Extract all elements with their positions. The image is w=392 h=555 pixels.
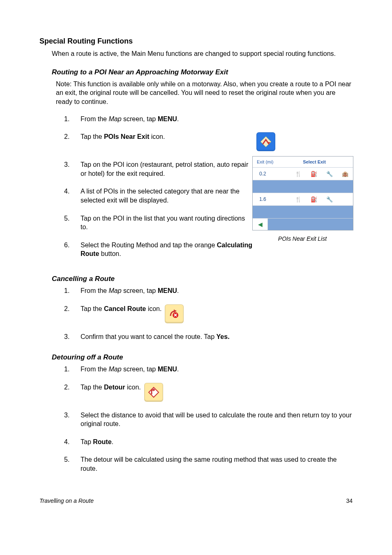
step-number: 3. <box>64 411 81 428</box>
step-text: From the Map screen, tap MENU. <box>81 286 353 295</box>
step-number: 3. <box>64 160 81 178</box>
header-title: Select Exit <box>288 159 353 164</box>
fuel-icon[interactable]: ⛽ <box>306 196 322 203</box>
select-exit-screen: Exit (mi) Select Exit 0.2 🍴 ⛽ 🔧 🏨 1.6 🍴 … <box>252 156 353 230</box>
step-number: 6. <box>64 241 81 258</box>
fuel-icon[interactable]: ⛽ <box>306 171 322 177</box>
page: Special Routing Functions When a route i… <box>0 0 392 555</box>
back-button[interactable]: ◀ <box>253 219 268 230</box>
step-number: 2. <box>64 383 81 402</box>
detour-step-4: 4. Tap Route. <box>64 438 353 447</box>
cancel-step-2: 2. Tap the Cancel Route icon. <box>64 304 353 323</box>
step-number: 1. <box>64 286 81 295</box>
detour-step-3: 3. Select the distance to avoid that wil… <box>64 411 353 428</box>
detour-step-1: 1. From the Map screen, tap MENU. <box>64 365 353 374</box>
cancel-route-icon <box>165 304 184 323</box>
step-text: Confirm that you want to cancel the rout… <box>81 332 353 341</box>
step-text: Tap the POIs Near Exit icon. <box>81 132 253 151</box>
restaurant-icon[interactable]: 🍴 <box>291 171 306 177</box>
poi-note: Note: This function is available only wh… <box>56 80 353 106</box>
step-text: Tap on the POI in the list that you want… <box>81 214 253 232</box>
cancel-step-1: 1. From the Map screen, tap MENU. <box>64 286 353 295</box>
step-text: Tap on the POI icon (restaurant, petrol … <box>81 160 253 178</box>
header-exit-label: Exit (mi) <box>253 159 288 164</box>
step-text: Select the Routing Method and tap the or… <box>81 241 253 258</box>
step-text: From the Map screen, tap MENU. <box>81 365 353 374</box>
step-number: 4. <box>64 438 81 447</box>
exit-row-empty <box>253 206 353 219</box>
svg-marker-0 <box>261 136 271 147</box>
cancel-step-3: 3. Confirm that you want to cancel the r… <box>64 332 353 341</box>
svg-marker-2 <box>174 309 176 313</box>
poi-step-2: 2. Tap the POIs Near Exit icon. <box>64 132 353 151</box>
restaurant-icon[interactable]: 🍴 <box>291 196 306 203</box>
step-number: 1. <box>64 365 81 374</box>
section-heading: Special Routing Functions <box>39 37 353 46</box>
detour-step-2: 2. Tap the Detour icon. <box>64 383 353 402</box>
step-text: From the Map screen, tap MENU. <box>81 115 253 124</box>
screen-header: Exit (mi) Select Exit <box>253 157 353 168</box>
cancel-steps: 1. From the Map screen, tap MENU. 2. Tap… <box>39 286 353 341</box>
step-number: 4. <box>64 187 81 205</box>
step-number: 2. <box>64 304 81 323</box>
exit-distance: 0.2 <box>253 171 291 177</box>
footer-chapter: Travelling on a Route <box>39 497 94 504</box>
step-number: 2. <box>64 132 81 151</box>
exit-distance: 1.6 <box>253 196 291 202</box>
exit-row-empty <box>253 180 353 193</box>
step-text: Tap the Cancel Route icon. <box>81 304 161 323</box>
hotel-icon[interactable]: 🏨 <box>337 171 353 177</box>
detour-icon <box>144 383 163 402</box>
screen-footer: ◀ <box>253 219 353 230</box>
step-number: 3. <box>64 332 81 341</box>
detour-step-5: 5. The detour will be calculated using t… <box>64 455 353 473</box>
step-number: 1. <box>64 115 81 124</box>
pois-near-exit-figure: Exit (mi) Select Exit 0.2 🍴 ⛽ 🔧 🏨 1.6 🍴 … <box>252 156 353 242</box>
step-text: A list of POIs in the selected category … <box>81 187 253 205</box>
repair-icon[interactable]: 🔧 <box>322 196 337 203</box>
page-number: 34 <box>346 497 353 504</box>
subheading-cancel-route: Cancelling a Route <box>52 275 353 283</box>
poi-step-6: 6. Select the Routing Method and tap the… <box>64 241 353 258</box>
step-text: The detour will be calculated using the … <box>81 455 353 473</box>
repair-icon[interactable]: 🔧 <box>322 171 337 177</box>
exit-row: 0.2 🍴 ⛽ 🔧 🏨 <box>253 168 353 180</box>
step-text: Tap Route. <box>81 438 353 447</box>
back-icon: ◀ <box>258 221 263 228</box>
step-number: 5. <box>64 214 81 232</box>
page-footer: Travelling on a Route 34 <box>39 497 353 504</box>
step-text: Tap the Detour icon. <box>81 383 141 402</box>
exit-row: 1.6 🍴 ⛽ 🔧 <box>253 193 353 206</box>
poi-step-1: 1. From the Map screen, tap MENU. <box>64 115 353 124</box>
step-number: 5. <box>64 455 81 473</box>
section-intro: When a route is active, the Main Menu fu… <box>52 50 353 58</box>
subheading-poi-motorway: Routing to a POI Near an Approaching Mot… <box>52 68 353 76</box>
subheading-detour-route: Detouring off a Route <box>52 353 353 362</box>
pois-near-exit-icon <box>256 132 275 151</box>
detour-steps: 1. From the Map screen, tap MENU. 2. Tap… <box>39 365 353 473</box>
figure-caption: POIs Near Exit List <box>252 235 353 242</box>
step-text: Select the distance to avoid that will b… <box>81 411 353 428</box>
